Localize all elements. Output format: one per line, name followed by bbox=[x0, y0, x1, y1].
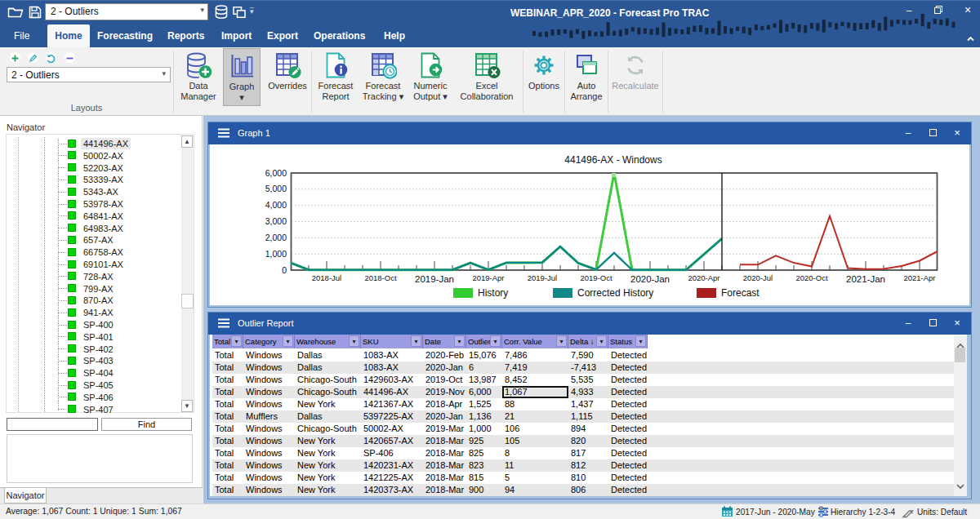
svg-text:2018-Oct: 2018-Oct bbox=[364, 273, 396, 282]
svg-text:2021-Apr: 2021-Apr bbox=[903, 273, 935, 282]
svg-text:Forecast: Forecast bbox=[721, 287, 760, 299]
svg-text:5,000: 5,000 bbox=[265, 184, 287, 193]
svg-text:6,000: 6,000 bbox=[265, 168, 287, 178]
svg-text:2019-Jul: 2019-Jul bbox=[528, 273, 557, 282]
svg-text:2020-Jul: 2020-Jul bbox=[743, 273, 773, 282]
svg-text:2019-Oct: 2019-Oct bbox=[580, 273, 612, 282]
svg-text:History: History bbox=[478, 287, 508, 299]
svg-text:1,000: 1,000 bbox=[265, 249, 287, 259]
svg-text:2,000: 2,000 bbox=[265, 233, 287, 242]
svg-text:441496-AX - Windows: 441496-AX - Windows bbox=[564, 154, 662, 166]
svg-text:Corrected History: Corrected History bbox=[577, 287, 653, 299]
svg-text:2021-Jan: 2021-Jan bbox=[846, 274, 885, 284]
svg-text:4,000: 4,000 bbox=[265, 200, 287, 210]
svg-text:2019-Jan: 2019-Jan bbox=[415, 274, 454, 284]
svg-text:2018-Jul: 2018-Jul bbox=[312, 273, 341, 282]
svg-text:3,000: 3,000 bbox=[265, 216, 287, 226]
svg-text:2020-Apr: 2020-Apr bbox=[688, 273, 719, 282]
svg-text:2019-Apr: 2019-Apr bbox=[472, 273, 504, 282]
svg-text:2020-Jan: 2020-Jan bbox=[630, 274, 670, 284]
svg-text:0: 0 bbox=[282, 265, 287, 275]
svg-text:2020-Oct: 2020-Oct bbox=[795, 273, 827, 282]
